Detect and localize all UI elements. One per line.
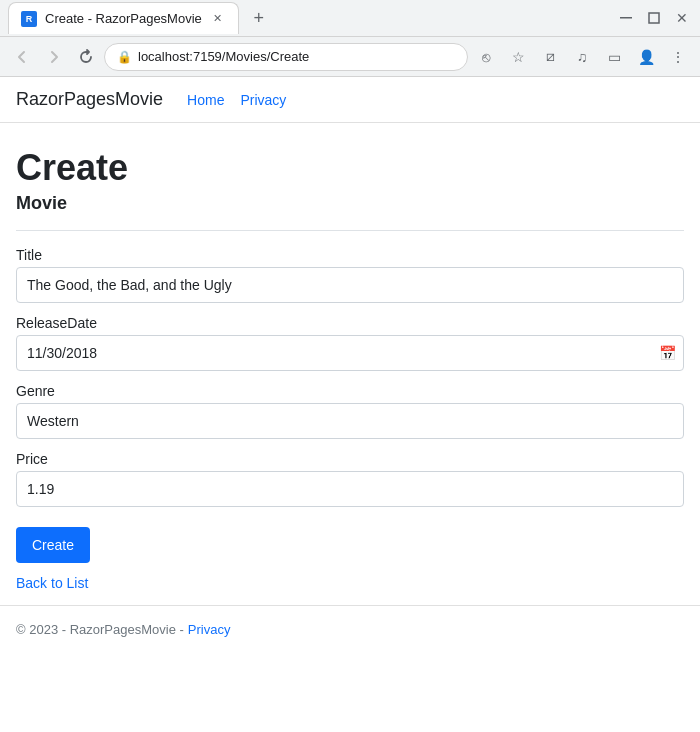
release-date-label: ReleaseDate (16, 315, 684, 331)
extension-icon[interactable]: ⧄ (536, 43, 564, 71)
maximize-button[interactable] (644, 8, 664, 28)
nav-link-home[interactable]: Home (187, 92, 224, 108)
section-heading: Movie (16, 193, 684, 214)
account-icon[interactable]: 👤 (632, 43, 660, 71)
nav-link-privacy[interactable]: Privacy (240, 92, 286, 108)
address-bar-row: 🔒 localhost:7159/Movies/Create ⎋ ☆ ⧄ ♫ ▭… (0, 36, 700, 76)
svg-rect-0 (620, 17, 632, 19)
share-icon[interactable]: ⎋ (472, 43, 500, 71)
window-controls: ✕ (616, 8, 692, 28)
back-to-list-link[interactable]: Back to List (16, 575, 684, 591)
title-label: Title (16, 247, 684, 263)
lock-icon: 🔒 (117, 50, 132, 64)
release-date-input[interactable] (16, 335, 684, 371)
back-button[interactable] (8, 43, 36, 71)
toolbar-icons: ⎋ ☆ ⧄ ♫ ▭ 👤 ⋮ (472, 43, 692, 71)
price-label: Price (16, 451, 684, 467)
create-form: Title ReleaseDate 📅 Genre Price Create B… (16, 247, 684, 591)
tab-close-button[interactable]: ✕ (210, 11, 226, 27)
reload-button[interactable] (72, 43, 100, 71)
footer-copyright: © 2023 - RazorPagesMovie - (16, 622, 184, 637)
menu-icon[interactable]: ⋮ (664, 43, 692, 71)
price-input[interactable] (16, 471, 684, 507)
new-tab-button[interactable]: + (245, 4, 273, 32)
release-date-form-group: ReleaseDate 📅 (16, 315, 684, 371)
genre-form-group: Genre (16, 383, 684, 439)
site-nav: RazorPagesMovie Home Privacy (0, 77, 700, 123)
address-box[interactable]: 🔒 localhost:7159/Movies/Create (104, 43, 468, 71)
main-content: Create Movie Title ReleaseDate 📅 Genre P… (0, 123, 700, 653)
tab-title-text: Create - RazorPagesMovie (45, 11, 202, 26)
page-heading: Create (16, 147, 684, 189)
footer-privacy-link[interactable]: Privacy (188, 622, 231, 637)
minimize-button[interactable] (616, 8, 636, 28)
tab-favicon: R (21, 11, 37, 27)
release-date-wrapper: 📅 (16, 335, 684, 371)
genre-input[interactable] (16, 403, 684, 439)
form-divider (16, 230, 684, 231)
close-window-button[interactable]: ✕ (672, 8, 692, 28)
title-form-group: Title (16, 247, 684, 303)
svg-rect-1 (649, 13, 659, 23)
genre-label: Genre (16, 383, 684, 399)
active-tab[interactable]: R Create - RazorPagesMovie ✕ (8, 2, 239, 34)
bookmark-icon[interactable]: ☆ (504, 43, 532, 71)
address-text: localhost:7159/Movies/Create (138, 49, 455, 64)
title-bar: R Create - RazorPagesMovie ✕ + ✕ (0, 0, 700, 36)
music-icon[interactable]: ♫ (568, 43, 596, 71)
price-form-group: Price (16, 451, 684, 507)
forward-button[interactable] (40, 43, 68, 71)
site-footer: © 2023 - RazorPagesMovie - Privacy (0, 605, 700, 653)
tab-strip: R Create - RazorPagesMovie ✕ + (8, 2, 308, 34)
site-brand[interactable]: RazorPagesMovie (16, 89, 163, 110)
title-input[interactable] (16, 267, 684, 303)
submit-button[interactable]: Create (16, 527, 90, 563)
browser-chrome: R Create - RazorPagesMovie ✕ + ✕ (0, 0, 700, 77)
split-screen-icon[interactable]: ▭ (600, 43, 628, 71)
